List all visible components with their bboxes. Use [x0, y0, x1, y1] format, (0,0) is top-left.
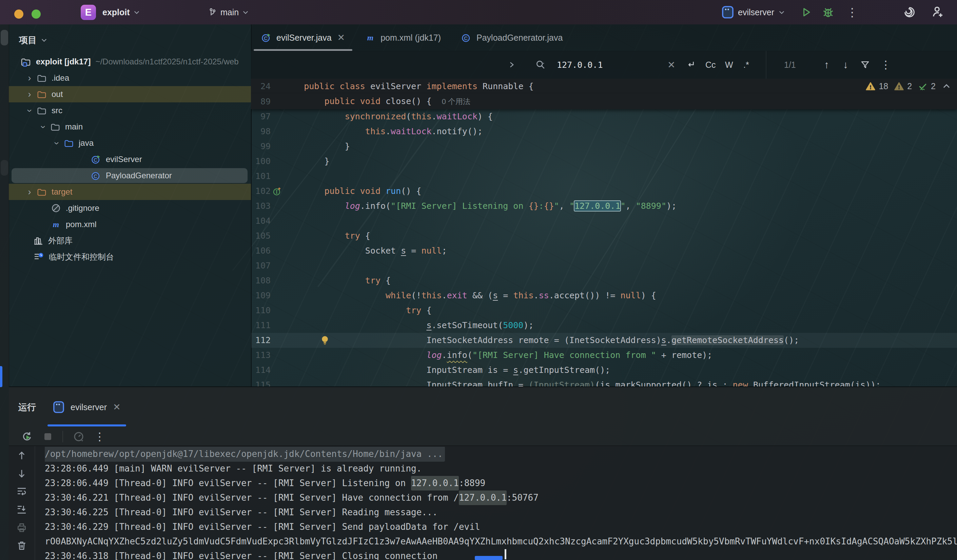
code-text: s.setSoTimeout(5000);: [284, 318, 534, 333]
previous-occurrence-button[interactable]: ↑: [824, 51, 829, 79]
tree-item-.idea[interactable]: ›.idea: [9, 70, 251, 86]
line-number: 24: [251, 79, 271, 94]
clear-search-button[interactable]: ✕: [667, 51, 675, 79]
project-panel-header[interactable]: 项目: [19, 32, 47, 48]
chevron-right-icon[interactable]: ›: [22, 90, 36, 99]
code-line-100[interactable]: 100 }: [251, 154, 957, 169]
tree-item-[interactable]: 临时文件和控制台: [9, 249, 251, 265]
code-line-89[interactable]: 89 public void close() { 0 个用法: [251, 94, 957, 109]
console[interactable]: /opt/homebrew/opt/openjdk@17/libexec/ope…: [9, 446, 957, 560]
editor-tab[interactable]: mpom.xml (jdk17): [355, 24, 451, 51]
code-line-109[interactable]: 109 while(!this.exit && (s = this.ss.acc…: [251, 288, 957, 303]
zoom-button[interactable]: [32, 9, 41, 19]
soft-wrap-button[interactable]: [16, 486, 27, 497]
tree-item-PayloadGenerator[interactable]: CPayloadGenerator: [9, 167, 251, 184]
code-line-107[interactable]: 107: [251, 258, 957, 273]
search-more-options-button[interactable]: ⋮: [880, 51, 891, 79]
tree-item-main[interactable]: ›main: [9, 118, 251, 135]
scroll-down-button[interactable]: [16, 468, 27, 479]
run-config-name: evilserver: [738, 8, 774, 17]
tree-item-evilServer[interactable]: CevilServer: [9, 151, 251, 167]
code-line-108[interactable]: 108 try {: [251, 273, 957, 288]
tree-item-out[interactable]: ›out: [9, 86, 251, 103]
chevron-down-icon[interactable]: ›: [25, 103, 34, 118]
code-line-111[interactable]: 111 s.setSoTimeout(5000);: [251, 318, 957, 333]
chevron-right-icon[interactable]: ›: [22, 74, 36, 83]
scroll-up-button[interactable]: [16, 450, 27, 461]
close-icon[interactable]: ✕: [338, 32, 345, 43]
run-configuration-selector[interactable]: evilserver: [722, 0, 785, 24]
code-text: InputStream is = s.getInputStream();: [284, 363, 610, 378]
search-results-count: 1/1: [784, 51, 796, 79]
editor-tab[interactable]: CevilServer.java✕: [251, 24, 355, 51]
code-line-115[interactable]: 115 InputStream bufIn = (InputStream)(is…: [251, 378, 957, 386]
tree-item-pom.xml[interactable]: mpom.xml: [9, 216, 251, 232]
words-toggle[interactable]: W: [725, 51, 733, 79]
svg-text:m: m: [53, 220, 59, 229]
print-button[interactable]: [16, 522, 27, 533]
next-occurrence-button[interactable]: ↓: [843, 51, 848, 79]
clear-console-button[interactable]: [16, 540, 27, 551]
project-tool-stripe-icon[interactable]: [1, 30, 8, 46]
code-line-98[interactable]: 98 this.waitLock.notify();: [251, 124, 957, 139]
debug-button[interactable]: [822, 0, 834, 24]
line-number: 106: [251, 243, 271, 258]
code-line-99[interactable]: 99 }: [251, 139, 957, 154]
code-line-113[interactable]: 113 log.info("[RMI Server] Have connecti…: [251, 348, 957, 363]
run-more-options-button[interactable]: ⋮: [94, 430, 105, 443]
project-selector[interactable]: exploit: [103, 0, 140, 24]
rerun-button[interactable]: [21, 431, 33, 443]
intention-bulb-icon[interactable]: [321, 335, 329, 345]
new-line-button[interactable]: [686, 51, 696, 79]
git-branch-selector[interactable]: main: [208, 0, 249, 24]
search-input[interactable]: 127.0.0.1: [557, 51, 603, 79]
code-line-105[interactable]: 105 try {: [251, 229, 957, 243]
tool-stripe-icon[interactable]: [1, 160, 8, 175]
tree-item-java[interactable]: ›java: [9, 135, 251, 151]
kebab-menu-icon: ⋮: [846, 5, 858, 19]
tree-item-src[interactable]: ›src: [9, 103, 251, 118]
profiler-button[interactable]: [73, 431, 85, 443]
inspections-widget[interactable]: 18 2 2: [865, 79, 951, 93]
chevron-down-icon[interactable]: ›: [52, 136, 62, 150]
code-text: }: [284, 154, 329, 169]
close-icon[interactable]: ✕: [113, 402, 121, 413]
code-line-114[interactable]: 114 InputStream is = s.getInputStream();: [251, 363, 957, 378]
ai-assistant-button[interactable]: [903, 0, 916, 24]
code-line-104[interactable]: 104: [251, 213, 957, 229]
code-line-102[interactable]: 102 public void run() {: [251, 184, 957, 199]
code-text: Socket s = null;: [284, 243, 447, 258]
line-number: 100: [251, 154, 271, 169]
code-with-me-button[interactable]: [930, 0, 945, 24]
code-line-112[interactable]: 112 InetSocketAddress remote = (InetSock…: [251, 333, 957, 348]
code-line-101[interactable]: 101: [251, 169, 957, 184]
console-scrollbar-thumb[interactable]: [475, 556, 502, 560]
scroll-to-end-button[interactable]: [16, 504, 27, 515]
chevron-down-icon[interactable]: ›: [39, 120, 48, 134]
code-line-24[interactable]: 24 public class evilServer implements Ru…: [251, 79, 957, 94]
code-line-97[interactable]: 97 synchronized(this.waitLock) {: [251, 109, 957, 124]
run-console-tab[interactable]: evilserver ✕: [44, 387, 129, 427]
more-actions-button[interactable]: ⋮: [846, 0, 858, 24]
code-line-106[interactable]: 106 Socket s = null;: [251, 243, 957, 258]
code-line-103[interactable]: 103 log.info("[RMI Server] Listening on …: [251, 199, 957, 213]
run-button[interactable]: [800, 0, 812, 24]
filter-search-button[interactable]: [860, 51, 870, 79]
tree-item-project-root[interactable]: 4">exploit [jdk17]~/Downloads/n1ctf2025/…: [9, 54, 251, 70]
tree-item-[interactable]: 外部库: [9, 232, 251, 249]
code-editor[interactable]: 18 2 2 24 public class evilServer implem…: [251, 79, 957, 386]
stop-button[interactable]: [43, 432, 53, 442]
tree-item-.gitignore[interactable]: .gitignore: [9, 200, 251, 216]
minimize-button[interactable]: [14, 9, 24, 19]
expand-find-button[interactable]: [508, 51, 515, 79]
code-line-110[interactable]: 110 try {: [251, 303, 957, 318]
chevron-right-icon[interactable]: ›: [22, 188, 36, 197]
match-case-toggle[interactable]: Cc: [705, 51, 716, 79]
tree-item-target[interactable]: ›target: [9, 184, 251, 200]
regex-toggle[interactable]: .*: [743, 51, 749, 79]
project-panel-title: 项目: [19, 34, 36, 46]
editor-tab[interactable]: CPayloadGenerator.java: [451, 24, 573, 51]
search-history-button[interactable]: [535, 51, 546, 79]
warning-icon: [865, 81, 876, 91]
code-text: public void run() {: [284, 184, 421, 199]
